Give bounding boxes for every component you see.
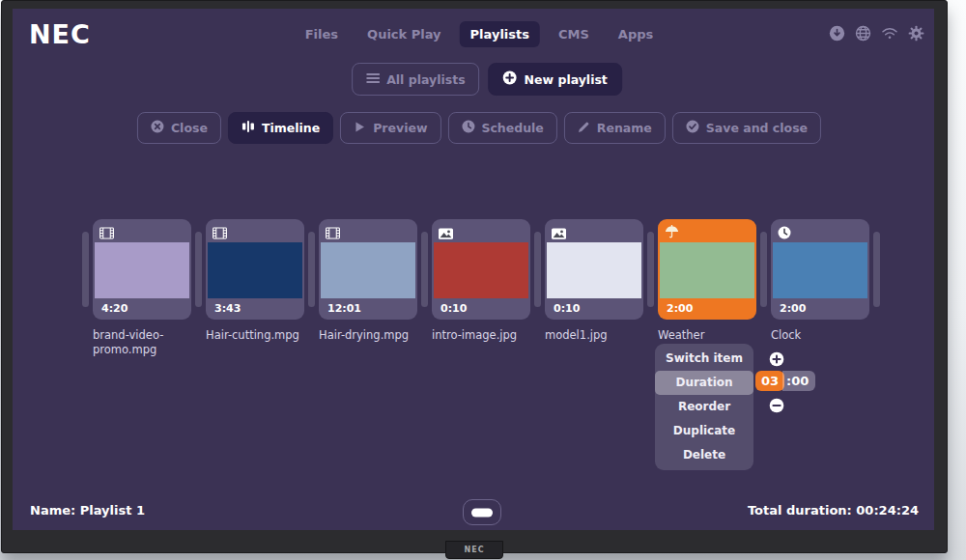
list-icon: [366, 72, 380, 87]
increase-duration-button[interactable]: [769, 351, 784, 371]
media-card-model1[interactable]: 0:10: [545, 219, 643, 320]
close-label: Close: [171, 121, 208, 135]
new-playlist-label: New playlist: [525, 72, 608, 87]
playlist-bar: All playlists New playlist: [352, 63, 622, 96]
insert-divider: [82, 232, 89, 307]
item-name: model1.jpg: [545, 328, 653, 343]
pencil-icon: [578, 121, 590, 136]
rename-label: Rename: [597, 121, 652, 135]
monitor-bezel: NEC Files Quick Play Playlists CMS Apps: [1, 0, 948, 553]
thumbnail: [547, 242, 641, 298]
close-button[interactable]: Close: [137, 112, 221, 144]
tab-files[interactable]: Files: [295, 21, 349, 47]
menu-item-switch-item[interactable]: Switch item: [655, 347, 753, 371]
media-card-hair-drying[interactable]: 12:01: [319, 219, 417, 320]
tab-apps[interactable]: Apps: [608, 21, 664, 47]
duration-badge: 4:20: [101, 302, 128, 315]
save-and-close-label: Save and close: [706, 121, 808, 135]
item-name: intro-image.jpg: [432, 328, 540, 343]
all-playlists-label: All playlists: [386, 72, 465, 87]
umbrella-icon: [665, 225, 679, 243]
insert-divider: [421, 232, 428, 307]
wifi-icon[interactable]: [881, 26, 898, 41]
insert-divider: [195, 232, 202, 307]
thumbnail: [773, 242, 867, 298]
rename-button[interactable]: Rename: [564, 112, 666, 144]
thumbnail: [434, 242, 528, 298]
insert-divider: [534, 232, 541, 307]
decrease-duration-button[interactable]: [769, 398, 784, 417]
settings-icon[interactable]: [908, 25, 924, 42]
timeline-button[interactable]: Timeline: [228, 112, 333, 144]
thumbnail: [208, 242, 302, 298]
film-icon: [99, 225, 114, 243]
duration-value[interactable]: 03 :00: [755, 371, 815, 391]
timeline-item: 0:10 model1.jpg: [545, 219, 643, 343]
total-duration: Total duration: 00:24:24: [748, 503, 919, 518]
insert-divider: [308, 232, 315, 307]
plus-circle-icon: [503, 70, 518, 88]
duration-badge: 0:10: [554, 302, 580, 315]
menu-item-duration[interactable]: Duration: [655, 371, 753, 395]
insert-divider: [873, 232, 880, 307]
new-playlist-button[interactable]: New playlist: [489, 63, 622, 96]
image-icon: [439, 225, 453, 243]
duration-badge: 12:01: [327, 302, 361, 315]
item-name: Clock: [771, 328, 879, 343]
duration-badge: 3:43: [214, 302, 241, 315]
thumbnail: [95, 242, 189, 298]
film-icon: [326, 225, 340, 243]
clock-icon: [461, 120, 474, 136]
check-circle-icon: [686, 120, 699, 136]
play-icon: [354, 121, 366, 136]
playlist-name: Name: Playlist 1: [30, 503, 145, 518]
nec-logo: NEC: [29, 19, 91, 49]
film-icon: [213, 225, 227, 243]
schedule-button[interactable]: Schedule: [447, 112, 556, 144]
bezel-nec-logo: NEC: [445, 541, 503, 559]
duration-badge: 2:00: [667, 302, 693, 315]
timeline-item: 3:43 Hair-cutting.mpg: [206, 219, 304, 343]
timeline-item: 4:20 brand-video-promo.mpg: [93, 219, 191, 357]
media-card-brand-video[interactable]: 4:20: [93, 219, 191, 320]
timeline-label: Timeline: [262, 121, 320, 135]
timeline-item: 2:00 Weather: [658, 219, 756, 343]
duration-badge: 0:10: [440, 302, 467, 315]
media-card-weather-selected[interactable]: 2:00: [658, 219, 756, 320]
menu-item-duplicate[interactable]: Duplicate: [655, 419, 753, 443]
preview-button[interactable]: Preview: [340, 112, 440, 144]
save-and-close-button[interactable]: Save and close: [672, 112, 821, 144]
menu-item-reorder[interactable]: Reorder: [655, 395, 753, 419]
image-icon: [552, 225, 566, 243]
duration-badge: 2:00: [780, 302, 806, 315]
tab-playlists[interactable]: Playlists: [460, 21, 540, 47]
globe-icon[interactable]: [855, 25, 871, 42]
item-name: brand-video-promo.mpg: [93, 328, 201, 357]
close-circle-icon: [151, 120, 164, 136]
screen: NEC Files Quick Play Playlists CMS Apps: [13, 9, 934, 530]
media-card-hair-cutting[interactable]: 3:43: [206, 219, 304, 320]
all-playlists-button[interactable]: All playlists: [352, 63, 479, 96]
system-icons: [829, 25, 924, 42]
clock-icon: [778, 225, 791, 243]
editor-toolbar: Close Timeline Preview Schedule: [137, 112, 821, 144]
item-name: Hair-drying.mpg: [319, 328, 427, 343]
duration-minutes: 03: [755, 371, 784, 391]
tab-cms[interactable]: CMS: [548, 21, 600, 47]
media-card-intro-image[interactable]: 0:10: [432, 219, 530, 320]
main-nav: Files Quick Play Playlists CMS Apps: [295, 21, 665, 47]
thumbnail: [321, 242, 415, 298]
duration-seconds: :00: [782, 371, 815, 391]
media-card-clock[interactable]: 2:00: [771, 219, 869, 320]
item-name: Hair-cutting.mpg: [206, 328, 314, 343]
timeline-icon: [242, 120, 255, 136]
timeline-item: 12:01 Hair-drying.mpg: [319, 219, 417, 343]
timeline-item: 2:00 Clock: [771, 219, 869, 343]
item-name: Weather: [658, 328, 766, 343]
tab-quick-play[interactable]: Quick Play: [356, 21, 451, 47]
hide-panel-button[interactable]: [463, 499, 501, 525]
update-icon[interactable]: [829, 25, 845, 42]
insert-divider: [647, 232, 654, 307]
schedule-label: Schedule: [481, 121, 543, 135]
menu-item-delete[interactable]: Delete: [655, 443, 753, 467]
